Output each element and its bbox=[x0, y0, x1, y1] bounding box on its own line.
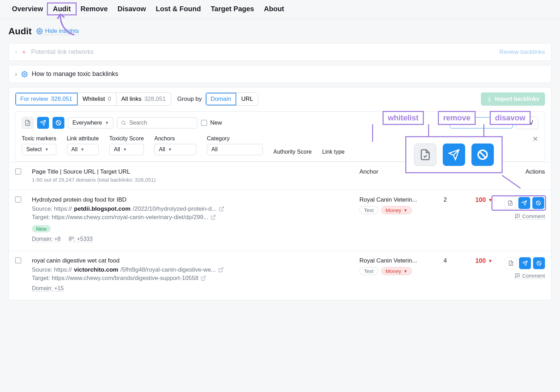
annotation-arrow-icon bbox=[57, 2, 85, 37]
group-by-url[interactable]: URL bbox=[236, 93, 258, 105]
scope-select[interactable]: Everywhere ▼ bbox=[68, 117, 113, 128]
external-link-icon[interactable] bbox=[218, 267, 224, 273]
anchor-text: Royal Canin Veterin... bbox=[359, 196, 433, 203]
lightning-icon bbox=[21, 49, 27, 56]
row-whitelist-button[interactable] bbox=[504, 197, 516, 209]
row-source: Source: https://petdii.blogspot.com/2022… bbox=[32, 205, 359, 212]
anchor-text: Royal Canin Veterin... bbox=[359, 257, 433, 264]
annotation-remove: remove bbox=[438, 111, 476, 125]
segment-whitelist[interactable]: Whitelist 0 bbox=[78, 93, 117, 105]
table-subhead: 1-50 out of 29,247 domains (total backli… bbox=[32, 177, 359, 183]
comment-icon bbox=[515, 273, 520, 278]
row-source: Source: https://victorchito.com/5fht8g48… bbox=[32, 266, 359, 273]
row-target: Target: https://www.chewy.com/brands/dig… bbox=[32, 275, 359, 282]
filter-link-attribute[interactable]: All▼ bbox=[67, 144, 99, 155]
gear-icon bbox=[36, 28, 43, 34]
filter-link-attribute-label: Link attribute bbox=[67, 135, 99, 142]
row-title: Hydrolyzed protein dog food for IBD bbox=[32, 196, 359, 203]
filter-toxic-markers[interactable]: Select▼ bbox=[22, 144, 56, 155]
comment-icon bbox=[515, 214, 520, 219]
ip-more[interactable]: IP: +5333 bbox=[69, 236, 93, 242]
col-page-title: Page Title | Source URL | Target URL bbox=[32, 168, 359, 175]
domain-more[interactable]: Domain: +15 bbox=[32, 285, 64, 292]
svg-point-0 bbox=[39, 30, 41, 32]
group-by-label: Group by bbox=[177, 96, 202, 103]
filter-category[interactable]: All bbox=[207, 144, 263, 155]
svg-point-1 bbox=[23, 73, 25, 75]
filter-toxicity-score[interactable]: All▼ bbox=[109, 144, 144, 155]
filter-anchors-label: Anchors bbox=[154, 135, 196, 142]
new-badge: New bbox=[32, 225, 51, 232]
disavow-icon bbox=[471, 144, 494, 166]
page-title: Audit bbox=[8, 26, 31, 37]
row-whitelist-button[interactable] bbox=[505, 257, 517, 269]
link-segments: For review 328,051 Whitelist 0 All links… bbox=[15, 92, 171, 106]
search-field[interactable] bbox=[129, 120, 194, 126]
nav-lost-found[interactable]: Lost & Found bbox=[151, 4, 206, 14]
whitelist-button[interactable] bbox=[22, 117, 34, 129]
download-icon bbox=[486, 96, 492, 102]
nav-target-pages[interactable]: Target Pages bbox=[206, 4, 259, 14]
chevron-right-icon[interactable]: › bbox=[15, 71, 17, 78]
select-all-checkbox[interactable] bbox=[15, 168, 21, 175]
chevron-right-icon[interactable]: › bbox=[15, 49, 17, 56]
group-by-segments: Domain URL bbox=[205, 92, 259, 106]
annotation-magnified-icons bbox=[405, 136, 503, 173]
row-checkbox[interactable] bbox=[15, 196, 21, 203]
filters-panel: Everywhere ▼ New A ▼ bbox=[15, 111, 545, 162]
filter-anchors[interactable]: All▼ bbox=[154, 144, 196, 155]
nav-disavow[interactable]: Disavow bbox=[113, 4, 151, 14]
row-checkbox[interactable] bbox=[15, 257, 21, 264]
filter-toxic-markers-label: Toxic markers bbox=[22, 135, 56, 142]
insight-label: How to manage toxic backlinks bbox=[32, 70, 118, 78]
segment-all-links[interactable]: All links 328,051 bbox=[117, 93, 171, 105]
toxicity-score-value[interactable]: 100▼ bbox=[475, 257, 492, 265]
segment-for-review[interactable]: For review 328,051 bbox=[15, 93, 78, 105]
row-remove-button[interactable] bbox=[519, 257, 531, 269]
row-actions bbox=[492, 196, 545, 210]
insight-potential-networks: › Potential link networks Review backlin… bbox=[8, 43, 552, 61]
filter-category-label: Category bbox=[207, 135, 263, 142]
filter-authority-score-label: Authority Score bbox=[273, 149, 312, 155]
group-by-domain[interactable]: Domain bbox=[206, 93, 237, 105]
money-pill[interactable]: Money▼ bbox=[381, 267, 412, 275]
annotation-disavow: disavow bbox=[490, 111, 531, 125]
disavow-button[interactable] bbox=[52, 117, 64, 129]
insight-label: Potential link networks bbox=[31, 48, 94, 56]
review-backlinks-link[interactable]: Review backlinks bbox=[499, 49, 545, 56]
whitelist-icon bbox=[414, 144, 436, 166]
row-disavow-button[interactable] bbox=[532, 197, 544, 209]
external-link-icon[interactable] bbox=[219, 206, 224, 212]
close-filters-icon[interactable]: ✕ bbox=[532, 135, 538, 143]
row-remove-button[interactable] bbox=[518, 197, 530, 209]
comment-button[interactable]: Comment bbox=[515, 273, 545, 279]
anchor-type-pill: Text bbox=[359, 267, 378, 275]
insight-manage-toxic: › How to manage toxic backlinks bbox=[8, 65, 552, 83]
filter-toxicity-score-label: Toxicity Score bbox=[109, 135, 144, 142]
authority-score-value: 4 bbox=[433, 257, 457, 264]
svg-point-3 bbox=[122, 121, 125, 124]
comment-button[interactable]: Comment bbox=[515, 213, 545, 219]
row-disavow-button[interactable] bbox=[533, 257, 545, 269]
money-pill[interactable]: Money▼ bbox=[381, 206, 412, 214]
nav-overview[interactable]: Overview bbox=[7, 4, 48, 14]
annotation-whitelist: whitelist bbox=[383, 111, 424, 125]
nav-about[interactable]: About bbox=[259, 4, 289, 14]
external-link-icon[interactable] bbox=[210, 215, 216, 220]
domain-more[interactable]: Domain: +8 bbox=[32, 236, 61, 242]
toxicity-score-value[interactable]: 100▼ bbox=[475, 196, 492, 204]
filter-link-type-label: Link type bbox=[322, 149, 344, 155]
search-input[interactable] bbox=[117, 117, 197, 128]
new-checkbox[interactable]: New bbox=[201, 119, 222, 126]
search-icon bbox=[121, 120, 126, 126]
remove-button[interactable] bbox=[37, 117, 49, 129]
row-actions bbox=[492, 257, 545, 269]
chevron-down-icon: ▼ bbox=[105, 120, 109, 125]
gear-icon bbox=[21, 71, 28, 77]
external-link-icon[interactable] bbox=[201, 275, 206, 281]
row-target: Target: https://www.chewy.com/royal-cani… bbox=[32, 214, 359, 221]
import-backlinks-button[interactable]: Import backlinks bbox=[481, 92, 545, 106]
table-row: royal canin digestive wet cat food Sourc… bbox=[8, 251, 552, 300]
anchor-type-pill: Text bbox=[359, 206, 378, 214]
remove-icon bbox=[443, 144, 465, 166]
